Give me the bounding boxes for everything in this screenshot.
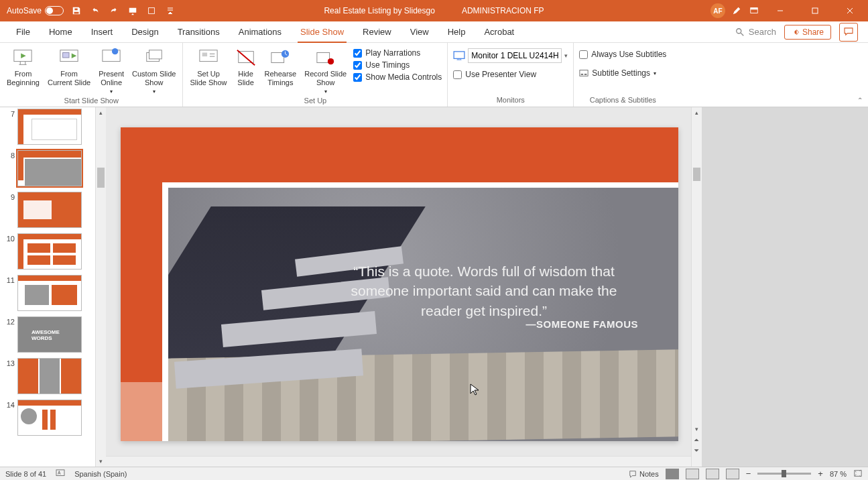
presentation-play-icon bbox=[12, 47, 34, 68]
share-icon bbox=[792, 28, 800, 36]
scroll-up-icon[interactable]: ▴ bbox=[96, 107, 106, 118]
tab-view[interactable]: View bbox=[401, 21, 438, 43]
zoom-value[interactable]: 87 % bbox=[830, 470, 847, 478]
thumbnail-11[interactable]: 11 bbox=[3, 275, 90, 311]
tab-transitions[interactable]: Transitions bbox=[168, 21, 229, 43]
canvas-vertical-scrollbar[interactable]: ▴ ▾ ⏶ ⏷ bbox=[691, 107, 702, 467]
reading-view-button[interactable] bbox=[706, 469, 719, 479]
group-label-captions: Captions & Subtitles bbox=[579, 96, 666, 105]
titlebar: AutoSave Real Estate Listing by Slidesgo… bbox=[0, 0, 868, 21]
use-timings-check[interactable]: Use Timings bbox=[353, 59, 442, 71]
avatar[interactable]: AF bbox=[710, 3, 725, 18]
normal-view-button[interactable] bbox=[666, 469, 679, 479]
show-media-check[interactable]: Show Media Controls bbox=[353, 71, 442, 83]
maximize-button[interactable] bbox=[800, 0, 830, 21]
redo-icon[interactable] bbox=[108, 5, 120, 17]
right-panel-area bbox=[702, 107, 868, 467]
workspace: 7 8 9 10 11 12 AWESOMEWORDS bbox=[0, 107, 702, 467]
use-presenter-check[interactable]: Use Presenter View bbox=[453, 68, 536, 80]
thumbnail-10[interactable]: 10 bbox=[3, 233, 90, 269]
thumbnail-8[interactable]: 8 bbox=[3, 150, 90, 186]
notes-button[interactable]: Notes bbox=[629, 470, 659, 478]
share-button[interactable]: Share bbox=[784, 25, 831, 40]
zoom-out-button[interactable]: − bbox=[746, 469, 751, 479]
thumbnail-13[interactable]: 13 bbox=[3, 358, 90, 394]
svg-rect-21 bbox=[56, 469, 64, 475]
undo-icon[interactable] bbox=[89, 5, 101, 17]
record-slideshow-button[interactable]: Record Slide Show▾ bbox=[303, 46, 348, 97]
play-narrations-check[interactable]: Play Narrations bbox=[353, 47, 442, 59]
search-input[interactable]: Search bbox=[735, 27, 776, 37]
document-title: Real Estate Listing by Slidesgo bbox=[324, 6, 434, 15]
custom-slideshow-icon bbox=[143, 47, 165, 68]
thumbnail-12[interactable]: 12 AWESOMEWORDS bbox=[3, 316, 90, 353]
thumbnail-9[interactable]: 9 bbox=[3, 192, 90, 228]
tab-acrobat[interactable]: Acrobat bbox=[475, 21, 523, 43]
thumbnail-panel: 7 8 9 10 11 12 AWESOMEWORDS bbox=[0, 107, 106, 467]
tab-help[interactable]: Help bbox=[438, 21, 475, 43]
minimize-button[interactable] bbox=[765, 0, 795, 21]
quote-text[interactable]: “This is a quote. Words full of wisdom t… bbox=[330, 261, 638, 320]
qat-more-icon[interactable] bbox=[164, 5, 176, 17]
comment-icon bbox=[844, 27, 853, 36]
svg-rect-17 bbox=[317, 53, 330, 63]
svg-rect-13 bbox=[202, 53, 208, 57]
tab-home[interactable]: Home bbox=[40, 21, 82, 43]
touch-mode-icon[interactable] bbox=[145, 5, 158, 17]
scroll-up-icon[interactable]: ▴ bbox=[692, 107, 702, 118]
scroll-thumb[interactable] bbox=[693, 168, 700, 181]
thumbnails-scrollbar[interactable]: ▴ ▾ bbox=[95, 107, 106, 467]
group-start-slideshow: From Beginning From Current Slide Presen… bbox=[0, 43, 183, 107]
ribbon-display-icon[interactable] bbox=[748, 5, 760, 17]
tab-insert[interactable]: Insert bbox=[82, 21, 123, 43]
slide-sorter-button[interactable] bbox=[686, 469, 699, 479]
present-online-button[interactable]: Present Online▾ bbox=[97, 46, 125, 97]
thumbnail-7[interactable]: 7 bbox=[3, 109, 90, 145]
setup-slideshow-button[interactable]: Set Up Slide Show bbox=[188, 46, 228, 88]
zoom-slider[interactable] bbox=[757, 473, 811, 475]
spellcheck-icon[interactable] bbox=[56, 469, 65, 479]
group-label-monitors: Monitors bbox=[453, 96, 568, 105]
scroll-down-icon[interactable]: ▾ bbox=[96, 456, 106, 467]
notes-icon bbox=[629, 470, 637, 478]
canvas-horizontal-scrollbar[interactable] bbox=[106, 456, 691, 467]
rehearse-timings-button[interactable]: Rehearse Timings bbox=[263, 46, 298, 88]
slideshow-view-button[interactable] bbox=[726, 469, 739, 479]
subtitle-icon bbox=[579, 68, 588, 78]
comments-button[interactable] bbox=[839, 23, 858, 42]
collapse-ribbon-button[interactable]: ⌃ bbox=[857, 97, 863, 104]
from-beginning-button[interactable]: From Beginning bbox=[5, 46, 41, 88]
search-icon bbox=[735, 27, 745, 37]
prev-slide-icon[interactable]: ⏶ bbox=[692, 434, 702, 445]
thumbnail-14[interactable]: 14 bbox=[3, 400, 90, 436]
next-slide-icon[interactable]: ⏷ bbox=[692, 445, 702, 456]
fit-to-window-button[interactable] bbox=[853, 469, 863, 479]
monitor-select[interactable] bbox=[468, 48, 562, 63]
language-label[interactable]: Spanish (Spain) bbox=[74, 470, 127, 478]
autosave-label: AutoSave bbox=[7, 6, 42, 15]
chevron-down-icon[interactable]: ▾ bbox=[564, 52, 568, 59]
tab-slide-show[interactable]: Slide Show bbox=[291, 21, 353, 43]
scroll-down-icon[interactable]: ▾ bbox=[692, 424, 702, 434]
hide-slide-button[interactable]: Hide Slide bbox=[234, 46, 258, 88]
cursor-icon bbox=[470, 383, 479, 396]
svg-rect-20 bbox=[580, 70, 588, 76]
tab-animations[interactable]: Animations bbox=[229, 21, 291, 43]
zoom-in-button[interactable]: + bbox=[818, 469, 823, 479]
tab-review[interactable]: Review bbox=[353, 21, 401, 43]
quote-author[interactable]: —SOMEONE FAMOUS bbox=[525, 318, 638, 330]
custom-slideshow-button[interactable]: Custom Slide Show▾ bbox=[131, 46, 177, 97]
always-subtitles-check[interactable]: Always Use Subtitles bbox=[579, 48, 666, 60]
from-current-button[interactable]: From Current Slide bbox=[46, 46, 92, 88]
subtitle-settings-button[interactable]: Subtitle Settings ▾ bbox=[579, 67, 656, 79]
slide-canvas-area[interactable]: “This is a quote. Words full of wisdom t… bbox=[106, 107, 702, 467]
close-button[interactable] bbox=[835, 0, 865, 21]
scroll-thumb[interactable] bbox=[97, 168, 105, 188]
pen-icon[interactable] bbox=[731, 5, 743, 17]
slide-content[interactable]: “This is a quote. Words full of wisdom t… bbox=[121, 127, 678, 441]
tab-file[interactable]: File bbox=[7, 21, 40, 43]
autosave-toggle[interactable]: AutoSave bbox=[7, 6, 64, 15]
save-icon[interactable] bbox=[70, 5, 82, 17]
slideshow-quick-icon[interactable] bbox=[127, 5, 139, 17]
tab-design[interactable]: Design bbox=[122, 21, 168, 43]
